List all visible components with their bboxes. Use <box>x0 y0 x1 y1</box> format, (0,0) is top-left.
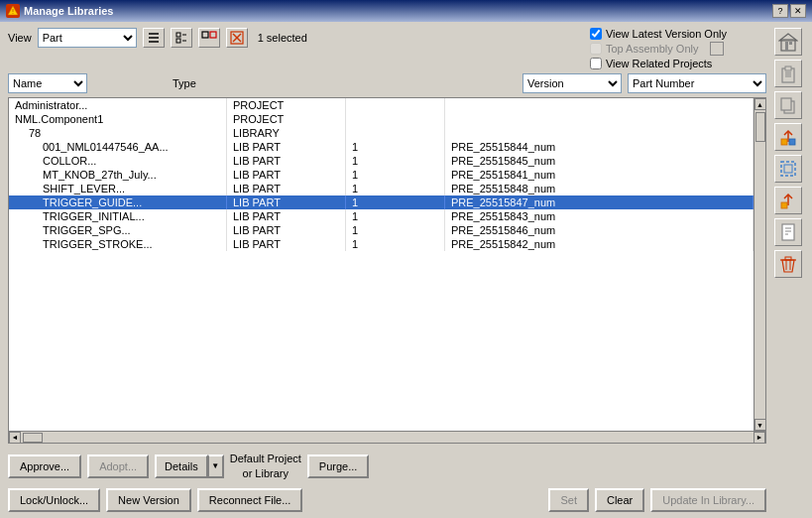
view-latest-label: View Latest Version Only <box>606 28 727 40</box>
clear-button[interactable]: Clear <box>595 488 644 512</box>
svg-rect-28 <box>781 139 787 145</box>
row-name: NML.Component1 <box>9 112 227 126</box>
row-type: LIB PART <box>227 168 346 182</box>
toolbar-delete-button[interactable] <box>774 250 802 278</box>
top-left-controls: View Part Assembly Drawing All <box>8 28 307 48</box>
top-assembly-row: Top Assembly Only <box>590 42 727 56</box>
svg-rect-21 <box>785 66 791 70</box>
scroll-right-button[interactable]: ► <box>754 432 765 444</box>
cancel-icon-button[interactable] <box>226 28 248 48</box>
view-latest-row: View Latest Version Only <box>590 28 727 40</box>
horiz-scroll-thumb[interactable] <box>23 433 43 443</box>
row-part-number: PRE_25515848_num <box>445 182 754 195</box>
view-related-checkbox[interactable] <box>590 58 602 69</box>
svg-rect-6 <box>176 33 180 37</box>
toolbar-copy-button[interactable] <box>774 91 802 119</box>
row-version: 1 <box>346 168 445 182</box>
row-type: LIB PART <box>227 237 346 251</box>
toolbar-document-button[interactable] <box>774 218 802 246</box>
default-project-label: Default Project or Library <box>230 452 301 480</box>
help-button[interactable]: ? <box>772 4 788 18</box>
svg-rect-29 <box>789 139 795 145</box>
row-type: PROJECT <box>227 112 346 126</box>
row-part-number <box>445 98 754 112</box>
reconnect-file-button[interactable]: Reconnect File... <box>197 488 303 512</box>
row-name: COLLOR... <box>9 154 227 168</box>
table-row[interactable]: COLLOR...LIB PART1PRE_25515845_num <box>9 154 754 168</box>
svg-rect-11 <box>210 32 216 38</box>
main-content: View Part Assembly Drawing All <box>0 22 812 518</box>
scroll-up-button[interactable]: ▲ <box>754 98 766 110</box>
table-row[interactable]: TRIGGER_STROKE...LIB PART1PRE_25515842_n… <box>9 237 754 251</box>
view-label: View <box>8 32 32 44</box>
table-row[interactable]: NML.Component1PROJECT <box>9 112 754 126</box>
table-row[interactable]: TRIGGER_GUIDE...LIB PART1PRE_25515847_nu… <box>9 195 754 209</box>
app-icon <box>6 4 20 18</box>
update-in-library-button[interactable]: Update In Library... <box>650 488 766 512</box>
view-related-label: View Related Projects <box>606 58 712 69</box>
close-button[interactable]: ✕ <box>790 4 806 18</box>
toolbar-arrow-up-button[interactable] <box>774 123 802 151</box>
toolbar-building-button[interactable] <box>774 28 802 56</box>
toolbar-square-button[interactable] <box>774 155 802 183</box>
row-name: 001_NML01447546_AA... <box>9 140 227 154</box>
row-part-number <box>445 112 754 126</box>
title-bar-buttons: ? ✕ <box>772 4 806 18</box>
lock-unlock-button[interactable]: Lock/Unlock... <box>8 488 100 512</box>
details-button[interactable]: Details <box>155 454 208 478</box>
horizontal-scrollbar[interactable]: ◄ ► <box>9 431 765 443</box>
svg-rect-30 <box>781 162 795 176</box>
version-filter-select[interactable]: Version <box>522 73 622 93</box>
table-row[interactable]: 001_NML01447546_AA...LIB PART1PRE_255158… <box>9 140 754 154</box>
row-type: LIB PART <box>227 182 346 195</box>
table-body: Administrator...PROJECTNML.Component1PRO… <box>9 98 754 431</box>
name-filter-select[interactable]: Name Type Version <box>8 73 87 93</box>
table-row[interactable]: Administrator...PROJECT <box>9 98 754 112</box>
view-latest-checkbox[interactable] <box>590 28 602 40</box>
filter-row: Name Type Version Type Version Part Numb… <box>8 73 766 93</box>
svg-rect-31 <box>784 165 792 173</box>
approve-button[interactable]: Approve... <box>8 454 81 478</box>
svg-rect-33 <box>781 202 787 208</box>
svg-rect-34 <box>782 224 794 240</box>
partnumber-filter-select[interactable]: Part Number <box>628 73 766 93</box>
scroll-left-button[interactable]: ◄ <box>9 432 21 444</box>
row-name: Administrator... <box>9 98 227 112</box>
view-related-row: View Related Projects <box>590 58 727 69</box>
row-part-number: PRE_25515843_num <box>445 209 754 223</box>
adopt-button[interactable]: Adopt... <box>87 454 149 478</box>
row-name: MT_KNOB_27th_July... <box>9 168 227 182</box>
toolbar-arrow-up2-button[interactable] <box>774 187 802 214</box>
square-view-button[interactable] <box>198 28 220 48</box>
scroll-down-button[interactable]: ▼ <box>754 419 766 431</box>
svg-rect-18 <box>789 42 792 45</box>
new-version-button[interactable]: New Version <box>106 488 191 512</box>
title-bar-left: Manage Libraries <box>6 4 113 18</box>
row-type: LIB PART <box>227 223 346 237</box>
row-part-number: PRE_25515844_num <box>445 140 754 154</box>
list-view-button[interactable] <box>143 28 165 48</box>
table-row[interactable]: MT_KNOB_27th_July...LIB PART1PRE_2551584… <box>9 168 754 182</box>
row-version: 1 <box>346 223 445 237</box>
toolbar-clipboard-button[interactable] <box>774 60 802 87</box>
set-button[interactable]: Set <box>548 488 589 512</box>
svg-point-2 <box>13 13 14 14</box>
row-type: LIBRARY <box>227 126 346 140</box>
row-version: 1 <box>346 209 445 223</box>
table-row[interactable]: SHIFT_LEVER...LIB PART1PRE_25515848_num <box>9 182 754 195</box>
table-row[interactable]: 78LIBRARY <box>9 126 754 140</box>
table-row[interactable]: TRIGGER_SPG...LIB PART1PRE_25515846_num <box>9 223 754 237</box>
row-part-number: PRE_25515845_num <box>445 154 754 168</box>
row-version <box>346 126 445 140</box>
table-row[interactable]: TRIGGER_INITIAL...LIB PART1PRE_25515843_… <box>9 209 754 223</box>
options-panel: View Latest Version Only Top Assembly On… <box>590 28 766 69</box>
details-arrow-button[interactable]: ▼ <box>208 454 224 478</box>
right-toolbar <box>772 28 804 512</box>
detail-view-button[interactable] <box>171 28 192 48</box>
scroll-thumb[interactable] <box>755 112 765 142</box>
vertical-scrollbar[interactable]: ▲ ▼ <box>754 98 765 431</box>
view-select[interactable]: Part Assembly Drawing All <box>38 28 137 48</box>
purge-button[interactable]: Purge... <box>307 454 370 478</box>
svg-rect-19 <box>785 42 788 45</box>
row-version: 1 <box>346 154 445 168</box>
